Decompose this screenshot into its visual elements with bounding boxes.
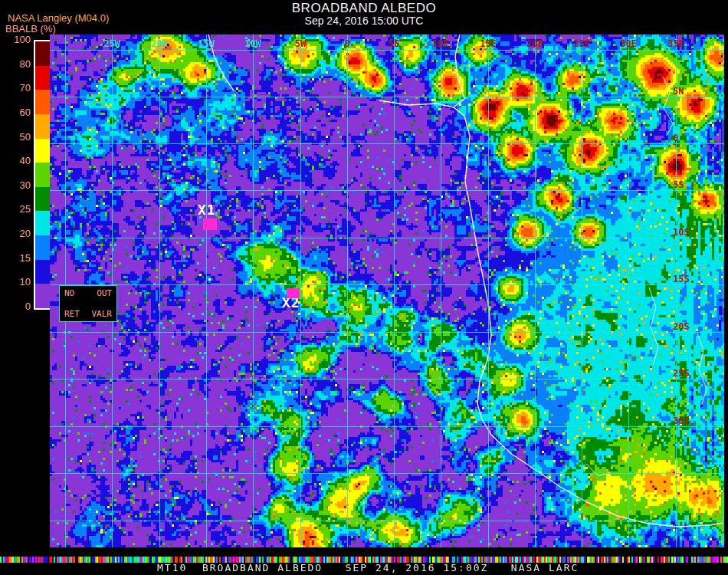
colorbar-segment	[35, 66, 51, 90]
colorbar-segment	[35, 90, 51, 114]
page-subtitle: Sep 24, 2016 15:00 UTC	[0, 15, 728, 27]
latitude-label: 5N	[673, 87, 684, 96]
colorbar-tick: 50	[2, 132, 31, 143]
latitude-label: 0	[673, 133, 678, 143]
flag-legend-row: NO OUT	[64, 288, 112, 298]
flag-legend-row: RET VALR	[64, 309, 112, 319]
flag-ret: RET	[64, 309, 80, 319]
colorbar-segment	[35, 163, 51, 187]
latitude-label: 30S	[673, 416, 690, 426]
longitude-label: 35E	[663, 39, 689, 48]
flag-valr: VALR	[92, 309, 113, 319]
colorbar-tick: 25	[2, 204, 31, 215]
colorbar-segment	[35, 187, 51, 212]
flag-out: OUT	[97, 288, 112, 298]
colorbar-tick: 30	[2, 180, 31, 191]
longitude-label: 25E	[569, 39, 595, 48]
colorbar-segment	[35, 284, 51, 308]
colorbar-tick: 40	[2, 156, 31, 166]
colorbar-segment	[35, 114, 51, 139]
albedo-map-canvas	[50, 34, 724, 547]
colorbar-tick: 0	[2, 301, 31, 312]
flag-legend-box: NO OUT RET VALR	[59, 285, 117, 322]
longitude-label: 25W	[99, 39, 125, 48]
colorbar-segment	[35, 260, 51, 284]
site-marker-square	[287, 288, 300, 298]
colorbar-tick: 60	[2, 107, 31, 118]
flag-no: NO	[64, 288, 74, 298]
longitude-label: 0	[334, 39, 360, 48]
colorbar-segment	[35, 139, 51, 163]
colorbar-segment	[35, 211, 51, 235]
longitude-label: 20W	[146, 39, 172, 48]
longitude-label: 15E	[475, 39, 501, 48]
latitude-label: 20S	[673, 322, 690, 331]
latitude-label: 25S	[673, 369, 690, 378]
screen: { "header": { "brand": "NASA Langley (M0…	[0, 0, 728, 575]
longitude-label: 15W	[193, 39, 219, 48]
latitude-label: 10S	[673, 228, 690, 237]
albedo-map: 25W20W15W10W5W05E10E15E20E25E30E35E5N05S…	[50, 34, 724, 547]
colorbar-tick: 15	[2, 253, 31, 264]
longitude-label: 5E	[381, 39, 407, 48]
longitude-label: 10W	[240, 39, 266, 48]
latitude-label: 5S	[673, 180, 684, 189]
site-marker-square	[203, 219, 217, 230]
colorbar-tick: 10	[2, 277, 31, 288]
colorbar-tick: 70	[2, 83, 31, 94]
footer-status-text: MT10 BROADBAND ALBEDO SEP 24, 2016 15:00…	[157, 562, 579, 573]
colorbar-segment	[35, 41, 51, 66]
longitude-label: 30E	[615, 39, 641, 48]
longitude-label: 20E	[522, 39, 548, 48]
colorbar-tick: 80	[2, 59, 31, 70]
longitude-label: 10E	[428, 39, 454, 48]
site-marker-label: X1	[198, 203, 216, 217]
colorbar-label: BBALB (%)	[5, 23, 56, 34]
page-title: BROADBAND ALBEDO	[0, 1, 728, 16]
colorbar-tick: 100	[2, 34, 31, 45]
latitude-label: 15S	[673, 274, 690, 284]
colorbar-tick: 20	[2, 228, 31, 239]
longitude-label: 5W	[287, 39, 313, 48]
colorbar-segment	[35, 235, 51, 260]
